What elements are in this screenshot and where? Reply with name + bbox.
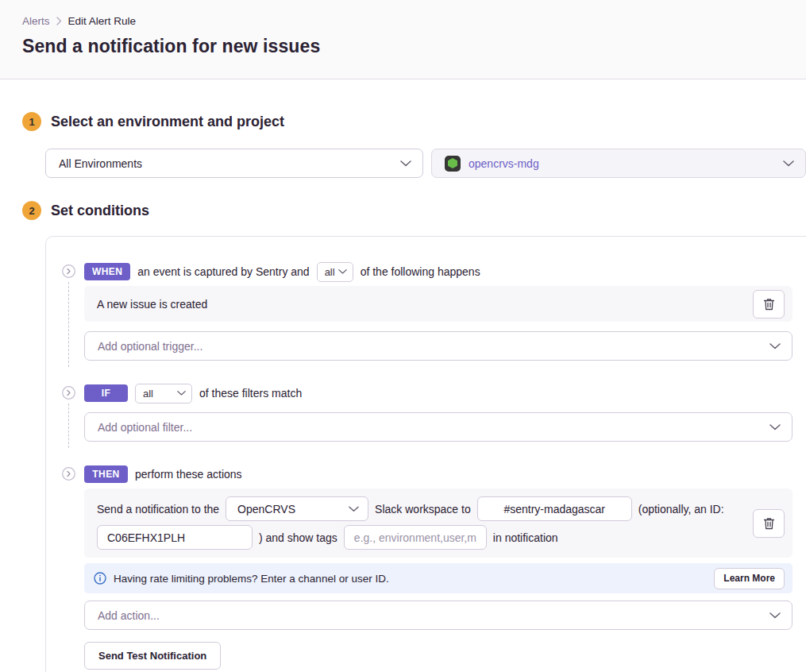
chevron-down-icon xyxy=(338,269,347,275)
chevron-down-icon xyxy=(769,424,781,431)
project-select-value: opencrvs-mdg xyxy=(469,157,539,170)
when-group: WHEN an event is captured by Sentry and … xyxy=(62,262,806,361)
step1-header: 1 Select an environment and project xyxy=(22,112,806,131)
workspace-select-value: OpenCRVS xyxy=(237,503,295,516)
step2-number-badge: 2 xyxy=(22,201,41,220)
action-text-1: Send a notification to the xyxy=(97,503,219,516)
delete-condition-button[interactable] xyxy=(753,290,785,319)
if-group: IF all of these filters match Add option… xyxy=(62,384,806,442)
step2-header: 2 Set conditions xyxy=(22,201,806,220)
then-text-after: perform these actions xyxy=(135,468,242,481)
dashed-connector xyxy=(68,404,69,448)
if-text-after: of these filters match xyxy=(199,387,302,400)
when-badge: WHEN xyxy=(84,263,130,280)
when-gutter xyxy=(62,262,84,361)
chevron-down-icon xyxy=(783,160,794,167)
chevron-down-icon xyxy=(177,391,186,396)
action-text-2: Slack workspace to xyxy=(375,503,471,516)
chevron-circle-icon xyxy=(62,265,75,278)
add-action-placeholder: Add action... xyxy=(98,609,160,622)
workspace-select[interactable]: OpenCRVS xyxy=(226,496,368,521)
if-gutter xyxy=(62,384,84,442)
when-heading: WHEN an event is captured by Sentry and … xyxy=(84,262,793,281)
then-gutter xyxy=(62,465,84,670)
breadcrumb-current: Edit Alert Rule xyxy=(68,15,137,27)
if-match-value: all xyxy=(143,388,153,400)
if-match-select[interactable]: all xyxy=(135,384,192,404)
then-group: THEN perform these actions Send a notifi… xyxy=(62,465,806,670)
chevron-circle-icon xyxy=(62,467,75,481)
page-header: Alerts Edit Alert Rule Send a notificati… xyxy=(0,0,806,79)
when-match-select[interactable]: all xyxy=(317,262,353,282)
action-text-3: (optionally, an ID: xyxy=(638,503,724,516)
conditions-card: WHEN an event is captured by Sentry and … xyxy=(45,236,806,672)
chevron-right-icon xyxy=(56,17,62,25)
learn-more-button[interactable]: Learn More xyxy=(714,568,785,589)
channel-input[interactable] xyxy=(477,496,632,521)
rate-limit-alert: Having rate limiting problems? Enter a c… xyxy=(84,563,793,593)
then-heading: THEN perform these actions xyxy=(84,465,793,484)
channel-id-input[interactable] xyxy=(97,525,253,550)
when-condition-text: A new issue is created xyxy=(97,298,207,311)
action-text-4: ) and show tags xyxy=(259,531,337,544)
breadcrumb: Alerts Edit Alert Rule xyxy=(22,15,806,27)
chevron-circle-icon xyxy=(62,386,75,400)
add-action-select[interactable]: Add action... xyxy=(84,601,793,630)
breadcrumb-alerts-link[interactable]: Alerts xyxy=(22,15,50,27)
nodejs-icon xyxy=(445,156,461,172)
chevron-down-icon xyxy=(400,160,411,167)
dashed-connector xyxy=(68,282,69,367)
trash-icon xyxy=(763,517,775,530)
environment-select[interactable]: All Environments xyxy=(45,149,423,178)
when-text-before: an event is captured by Sentry and xyxy=(137,265,309,278)
when-condition-row: A new issue is created xyxy=(84,286,793,322)
environment-select-value: All Environments xyxy=(59,157,142,170)
page-title: Send a notification for new issues xyxy=(22,36,806,57)
send-test-notification-button[interactable]: Send Test Notification xyxy=(84,642,221,670)
rate-limit-alert-text: Having rate limiting problems? Enter a c… xyxy=(114,573,389,585)
trash-icon xyxy=(763,298,775,311)
chevron-down-icon xyxy=(769,612,781,619)
environment-project-row: All Environments opencrvs-mdg xyxy=(45,149,806,178)
add-trigger-select[interactable]: Add optional trigger... xyxy=(84,331,793,361)
step1-number-badge: 1 xyxy=(22,112,41,131)
action-text-5: in notification xyxy=(493,531,558,544)
step2-title: Set conditions xyxy=(51,203,149,219)
if-badge: IF xyxy=(84,384,128,402)
info-icon xyxy=(94,572,106,585)
if-heading: IF all of these filters match xyxy=(84,384,793,403)
delete-action-button[interactable] xyxy=(753,509,785,538)
then-badge: THEN xyxy=(84,465,128,483)
project-select[interactable]: opencrvs-mdg xyxy=(431,149,806,178)
slack-action-row: Send a notification to the OpenCRVS Slac… xyxy=(84,489,793,558)
add-trigger-placeholder: Add optional trigger... xyxy=(98,340,202,353)
chevron-down-icon xyxy=(349,506,359,512)
tags-input[interactable] xyxy=(344,525,487,550)
when-text-after: of the following happens xyxy=(361,265,480,278)
step1-title: Select an environment and project xyxy=(51,114,284,130)
add-filter-select[interactable]: Add optional filter... xyxy=(84,412,793,442)
add-filter-placeholder: Add optional filter... xyxy=(98,421,192,434)
when-match-value: all xyxy=(325,266,335,278)
chevron-down-icon xyxy=(769,343,781,350)
